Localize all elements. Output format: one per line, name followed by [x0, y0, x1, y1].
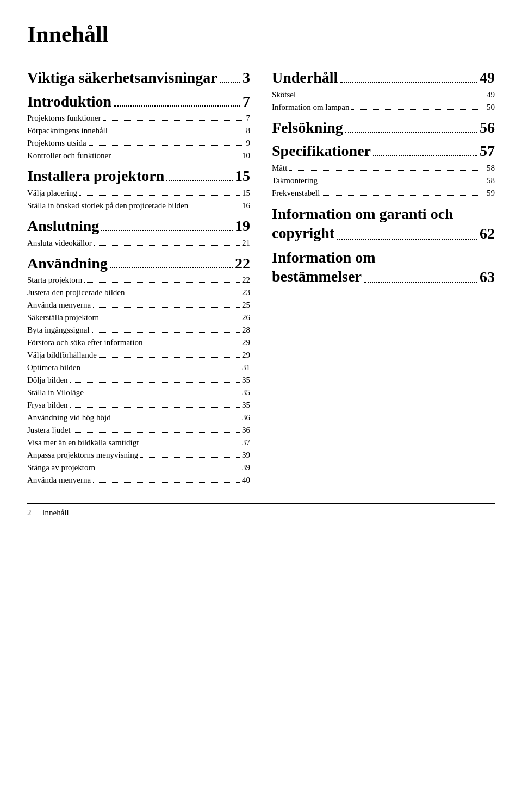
toc-entry-label: Projektorns utsida: [27, 138, 86, 149]
toc-entry: Förstora och söka efter information29: [27, 337, 250, 348]
toc-heading-text: Viktiga säkerhetsanvisningar: [27, 68, 217, 87]
toc-heading-page: 62: [480, 225, 495, 242]
toc-entry-page: 29: [242, 337, 250, 348]
toc-entry-label: Välja bildförhållande: [27, 349, 97, 361]
toc-heading-text: Specifikationer: [272, 142, 371, 160]
toc-entry-page: 58: [487, 175, 495, 186]
toc-entry-page: 15: [242, 188, 250, 199]
toc-entry: Använda menyerna40: [27, 474, 250, 486]
toc-entry-page: 39: [242, 462, 250, 473]
toc-entry: Projektorns funktioner7: [27, 113, 250, 124]
toc-entry-label: Förpackningens innehåll: [27, 125, 108, 136]
toc-entry-label: Ställa in önskad storlek på den projicer…: [27, 200, 188, 211]
toc-entry: Takmontering58: [272, 175, 495, 186]
toc-entry: Starta projektorn22: [27, 274, 250, 286]
toc-heading-page: 49: [480, 68, 495, 87]
toc-heading-page: 15: [235, 167, 250, 185]
toc-entry-page: 31: [242, 362, 250, 373]
toc-entry: Stänga av projektorn39: [27, 462, 250, 473]
toc-heading-text: Felsökning: [272, 118, 343, 137]
toc-heading-last-line: bestämmelser63: [272, 267, 495, 286]
toc-entry-page: 29: [242, 349, 250, 361]
toc-entry-page: 50: [487, 102, 495, 113]
toc-entry-page: 49: [487, 89, 495, 101]
toc-entry-page: 36: [242, 424, 250, 436]
toc-entry: Justera den projicerade bilden23: [27, 287, 250, 298]
toc-entry-label: Frekvenstabell: [272, 188, 320, 199]
toc-entry: Ansluta videokällor21: [27, 238, 250, 249]
toc-heading-text: copyright: [272, 223, 334, 242]
toc-entry: Visa mer än en bildkälla samtidigt37: [27, 437, 250, 448]
toc-heading-page: 56: [480, 118, 495, 137]
toc-entry-page: 23: [242, 287, 250, 298]
toc-entry-label: Starta projektorn: [27, 274, 82, 286]
toc-entry-label: Justera ljudet: [27, 424, 71, 436]
toc-heading-page: 3: [243, 68, 250, 87]
toc-multiline-heading: Information om garanti ochcopyright62: [272, 204, 495, 242]
toc-entry: Säkerställa projektorn26: [27, 312, 250, 323]
toc-entry-label: Justera den projicerade bilden: [27, 287, 125, 298]
toc-entry-label: Information om lampan: [272, 102, 349, 113]
toc-entry-label: Användning vid hög höjd: [27, 412, 111, 423]
toc-heading-entry: Specifikationer57: [272, 142, 495, 160]
toc-entry-page: 26: [242, 312, 250, 323]
toc-entry: Optimera bilden31: [27, 362, 250, 373]
toc-entry: Byta ingångssignal28: [27, 324, 250, 336]
toc-entry-label: Optimera bilden: [27, 362, 80, 373]
toc-entry: Dölja bilden35: [27, 374, 250, 386]
toc-multiline-heading: Information ombestämmelser63: [272, 248, 495, 286]
toc-heading-entry: Introduktion7: [27, 92, 250, 111]
toc-entry-page: 22: [242, 274, 250, 286]
toc-entry-page: 10: [242, 150, 250, 161]
toc-entry-label: Ställa in Viloläge: [27, 387, 84, 398]
toc-entry-label: Säkerställa projektorn: [27, 312, 99, 323]
toc-entry-page: 35: [242, 399, 250, 411]
toc-entry-label: Använda menyerna: [27, 474, 91, 486]
toc-entry: Projektorns utsida9: [27, 138, 250, 149]
toc-heading-text: Introduktion: [27, 92, 111, 111]
toc-entry-label: Dölja bilden: [27, 374, 68, 386]
toc-entry: Ställa in önskad storlek på den projicer…: [27, 200, 250, 211]
toc-heading-entry: Felsökning56: [272, 118, 495, 137]
toc-heading-entry: Viktiga säkerhetsanvisningar3: [27, 68, 250, 87]
toc-heading-last-line: copyright62: [272, 223, 495, 242]
toc-entry-label: Använda menyerna: [27, 299, 91, 311]
toc-entry: Skötsel49: [272, 89, 495, 101]
toc-entry-page: 37: [242, 437, 250, 448]
toc-entry-page: 21: [242, 238, 250, 249]
toc-heading-page: 22: [235, 254, 250, 273]
toc-entry-label: Visa mer än en bildkälla samtidigt: [27, 437, 139, 448]
toc-entry: Välja bildförhållande29: [27, 349, 250, 361]
toc-entry: Frysa bilden35: [27, 399, 250, 411]
toc-entry-page: 8: [246, 125, 251, 136]
toc-entry-label: Välja placering: [27, 188, 77, 199]
toc-entry-label: Mått: [272, 163, 287, 174]
toc-entry-page: 40: [242, 474, 250, 486]
toc-heading-page: 57: [480, 142, 495, 160]
toc-entry: Förpackningens innehåll8: [27, 125, 250, 136]
toc-heading-entry: Underhåll49: [272, 68, 495, 87]
toc-entry-label: Byta ingångssignal: [27, 324, 90, 336]
toc-heading-line: Information om: [272, 248, 495, 267]
toc-entry-label: Takmontering: [272, 175, 318, 186]
toc-heading-page: 7: [243, 92, 250, 111]
toc-entry-label: Stänga av projektorn: [27, 462, 95, 473]
toc-entry-page: 39: [242, 449, 250, 461]
toc-entry: Kontroller och funktioner10: [27, 150, 250, 161]
toc-entry-label: Anpassa projektorns menyvisning: [27, 449, 138, 461]
toc-heading-text: Installera projektorn: [27, 167, 164, 185]
toc-entry-label: Projektorns funktioner: [27, 113, 101, 124]
toc-heading-text: Användning: [27, 254, 108, 273]
toc-entry: Anpassa projektorns menyvisning39: [27, 449, 250, 461]
toc-entry: Välja placering15: [27, 188, 250, 199]
toc-entry-page: 59: [487, 188, 495, 199]
toc-heading-text: Underhåll: [272, 68, 338, 87]
toc-heading-line: Information om garanti och: [272, 204, 495, 223]
toc-entry: Ställa in Viloläge35: [27, 387, 250, 398]
toc-heading-entry: Installera projektorn15: [27, 167, 250, 185]
toc-entry-page: 35: [242, 387, 250, 398]
toc-entry-page: 58: [487, 163, 495, 174]
toc-entry-label: Frysa bilden: [27, 399, 68, 411]
toc-entry-label: Ansluta videokällor: [27, 238, 92, 249]
toc-heading-text: Anslutning: [27, 217, 99, 235]
